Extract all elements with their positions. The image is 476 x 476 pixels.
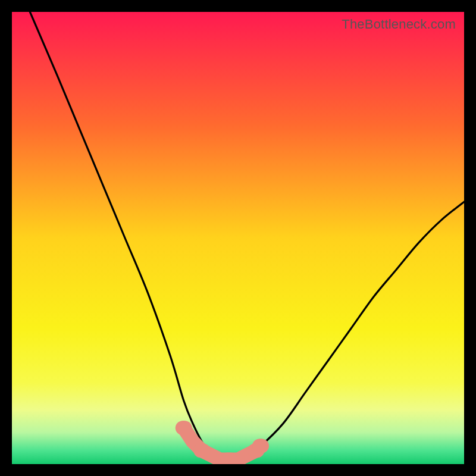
- highlight-capsule: [221, 452, 237, 464]
- highlight-capsule: [193, 443, 210, 458]
- highlight-capsule: [176, 421, 192, 435]
- watermark-text: TheBottleneck.com: [342, 17, 456, 32]
- highlight-capsule: [252, 439, 269, 453]
- bottleneck-chart: [12, 12, 464, 464]
- chart-frame: TheBottleneck.com: [12, 12, 464, 464]
- chart-background: [12, 12, 464, 464]
